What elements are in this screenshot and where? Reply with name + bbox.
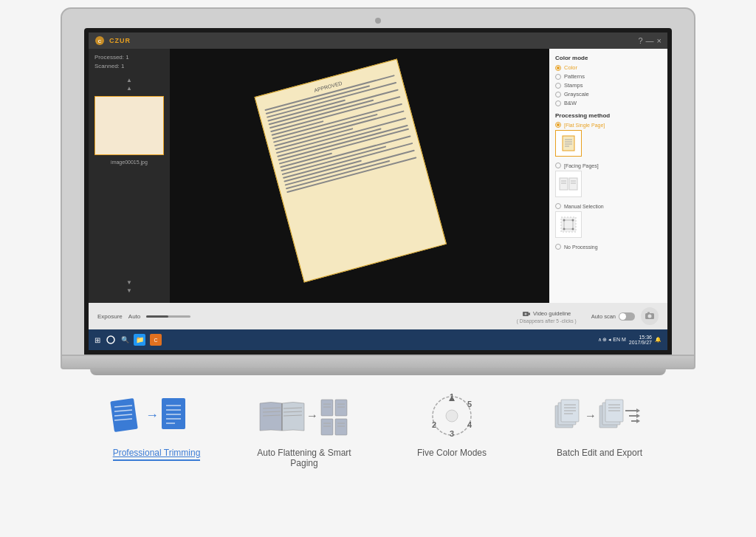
five-color-modes-svg: 1 5 4 3 2 — [415, 392, 489, 440]
svg-rect-55 — [335, 419, 347, 435]
method-facing-header: [Facing Pages] — [555, 163, 599, 168]
svg-text:4: 4 — [467, 420, 472, 429]
batch-edit-icon-area: → — [551, 390, 647, 442]
svg-point-23 — [648, 315, 652, 318]
color-mode-grayscale[interactable]: Grayscale — [555, 91, 662, 98]
svg-rect-46 — [321, 400, 333, 416]
color-mode-patterns[interactable]: Patterns — [555, 73, 662, 80]
method-manual[interactable]: Manual Selection — [555, 203, 662, 238]
app-window: C CZUR ? — × — [89, 33, 667, 350]
scanned-count: Scanned: 1 — [94, 62, 164, 71]
title-bar: C CZUR ? — × — [89, 33, 667, 49]
auto-flattening-icon-area: → — [256, 390, 352, 442]
notification-icon[interactable]: 🔔 — [655, 337, 662, 343]
sidebar: Processed: 1 Scanned: 1 ▲ ▲ — [89, 49, 170, 303]
bw-label: B&W — [564, 100, 577, 106]
color-mode-stamps[interactable]: Stamps — [555, 82, 662, 89]
svg-rect-8 — [569, 178, 577, 190]
windows-button[interactable]: ⊞ — [94, 336, 100, 344]
manual-icon — [555, 211, 582, 238]
auto-scan-label: Auto scan — [591, 313, 616, 320]
radio-color[interactable] — [555, 65, 561, 71]
svg-rect-24 — [647, 312, 650, 314]
exposure-value: Auto — [128, 313, 140, 320]
processing-method-title: Processing method — [555, 112, 662, 119]
arrow-up-double[interactable]: ▲ — [126, 77, 132, 83]
auto-flattening-label: Auto Flattening & Smart Paging — [245, 448, 363, 468]
exposure-slider[interactable] — [146, 315, 190, 318]
grayscale-label: Grayscale — [564, 91, 589, 98]
bottom-bar: Exposure Auto — [89, 303, 667, 329]
thumb-content — [126, 112, 132, 140]
arrow-up-single[interactable]: ▲ — [126, 85, 132, 92]
file-explorer-icon[interactable]: 📁 — [134, 334, 145, 346]
flat-icon — [555, 130, 582, 157]
capture-button[interactable] — [641, 307, 659, 325]
laptop-body: C CZUR ? — × — [61, 7, 695, 356]
help-icon[interactable]: ? — [638, 36, 642, 45]
feature-auto-flattening: → Auto Flattening & Smart Paging — [245, 390, 363, 468]
screen-bezel: C CZUR ? — × — [84, 28, 672, 355]
svg-text:C: C — [98, 39, 102, 44]
method-facing-pages[interactable]: [Facing Pages] — [555, 163, 662, 197]
manual-label: Manual Selection — [564, 204, 604, 209]
method-none-header: No Processing — [555, 244, 598, 250]
svg-rect-49 — [335, 400, 347, 416]
feature-batch-edit: → Batch Edit and Export — [540, 390, 659, 468]
taskbar-circle-icon[interactable] — [105, 334, 117, 346]
video-guide-text: Video guideline — [533, 310, 571, 317]
radio-bw[interactable] — [555, 100, 561, 106]
czur-taskbar-icon[interactable]: C — [150, 334, 162, 346]
feature-five-color-modes: 1 5 4 3 2 Five Color Modes — [393, 390, 511, 468]
color-mode-title: Color mode — [555, 55, 662, 61]
flat-label: [Flat Single Page] — [564, 123, 605, 128]
camera-icon — [522, 309, 531, 318]
svg-text:→: → — [145, 408, 159, 423]
auto-scan-toggle[interactable] — [619, 312, 635, 321]
svg-point-15 — [563, 219, 566, 222]
method-flat-single[interactable]: [Flat Single Page] — [555, 122, 662, 157]
svg-point-65 — [446, 410, 458, 422]
arrow-down-single[interactable]: ▼ — [126, 279, 132, 286]
radio-facing[interactable] — [555, 163, 561, 168]
minimize-icon[interactable]: — — [646, 36, 654, 45]
laptop-wrapper: C CZUR ? — × — [61, 7, 695, 375]
radio-stamps[interactable] — [555, 83, 561, 89]
svg-rect-2 — [563, 136, 574, 151]
sidebar-arrows-top: ▲ ▲ — [89, 77, 170, 92]
title-bar-left: C CZUR — [94, 35, 131, 46]
processed-count: Processed: 1 — [94, 53, 164, 62]
svg-point-25 — [107, 336, 114, 343]
svg-rect-7 — [560, 178, 568, 190]
color-label: Color — [564, 64, 577, 71]
thumbnail[interactable] — [94, 96, 164, 155]
professional-trimming-label: Professional Trimming — [113, 448, 201, 461]
document-container: APPROVED — [255, 55, 465, 296]
radio-patterns[interactable] — [555, 74, 561, 80]
close-icon[interactable]: × — [657, 36, 662, 45]
five-color-modes-label: Five Color Modes — [417, 448, 487, 458]
main-content: APPROVED — [170, 49, 549, 303]
doc-lines — [264, 75, 416, 193]
radio-flat[interactable] — [555, 122, 561, 128]
method-no-processing[interactable]: No Processing — [555, 244, 662, 252]
czur-logo-icon: C — [94, 35, 105, 46]
svg-text:2: 2 — [432, 420, 436, 429]
facing-label: [Facing Pages] — [564, 163, 599, 168]
radio-grayscale[interactable] — [555, 92, 561, 98]
color-mode-bw[interactable]: B&W — [555, 100, 662, 106]
date: 2017/9/27 — [629, 340, 652, 345]
svg-rect-32 — [162, 398, 185, 429]
radio-none[interactable] — [555, 244, 561, 250]
sidebar-stats: Processed: 1 Scanned: 1 — [89, 53, 170, 75]
svg-point-21 — [525, 312, 527, 315]
method-manual-header: Manual Selection — [555, 203, 604, 209]
color-mode-color[interactable]: Color — [555, 64, 662, 71]
cortana-icon — [106, 335, 115, 344]
method-flat-header: [Flat Single Page] — [555, 122, 605, 128]
laptop-base — [61, 356, 695, 369]
taskbar-search[interactable]: 🔍 — [121, 336, 129, 343]
arrow-down-double[interactable]: ▼ — [126, 287, 132, 294]
radio-manual[interactable] — [555, 203, 561, 209]
svg-rect-52 — [321, 419, 333, 435]
